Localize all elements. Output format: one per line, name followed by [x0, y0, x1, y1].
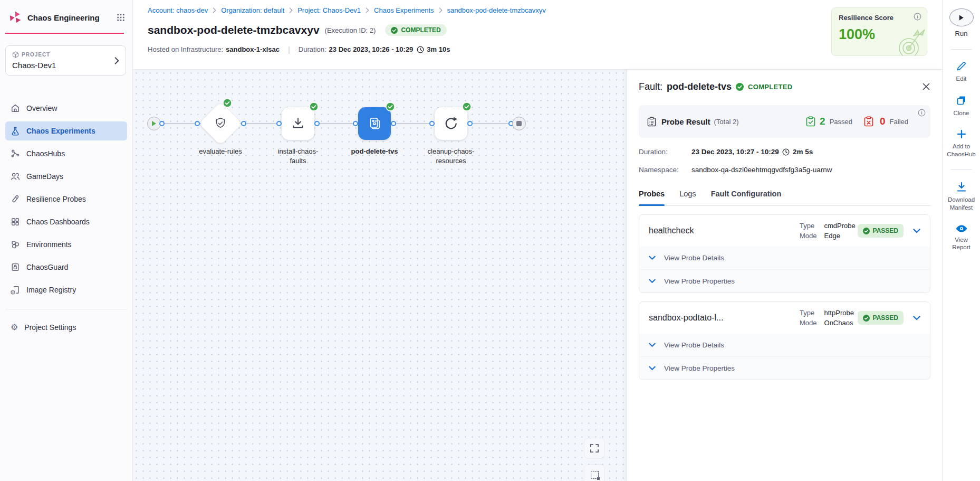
download-manifest-button[interactable]: Download Manifest — [945, 181, 978, 212]
port-dot — [241, 121, 246, 126]
sidebar-item-label: ChaosGuard — [26, 263, 68, 271]
view-probe-details-row[interactable]: View Probe Details — [639, 247, 930, 269]
sidebar-item-chaoshubs[interactable]: ChaosHubs — [5, 144, 127, 163]
breadcrumb-link-experiment[interactable]: sandbox-pod-delete-tmzbcavxyv — [447, 6, 546, 14]
probe-name: sandbox-podtato-l... — [649, 313, 770, 323]
pipeline-end-node[interactable] — [512, 117, 526, 130]
port-dot — [429, 121, 435, 126]
probe-type: cmdProbe — [824, 222, 856, 230]
pipeline-canvas[interactable]: evaluate-rules install-chaos-faults — [133, 70, 627, 481]
project-label: PROJECT — [22, 52, 50, 58]
sidebar-item-project-settings[interactable]: ⚙ Project Settings — [5, 318, 127, 337]
view-report-button[interactable]: View Report — [948, 224, 975, 252]
mode-label: Mode — [800, 319, 817, 327]
port-dot — [314, 121, 320, 126]
node-cleanup-chaos-resources[interactable] — [435, 107, 467, 140]
breadcrumb: Account: chaos-dev Organization: default… — [148, 6, 942, 14]
edit-button[interactable]: Edit — [956, 60, 967, 83]
sidebar-item-label: ChaosHubs — [26, 149, 65, 158]
pencil-icon — [956, 60, 967, 72]
view-probe-properties-row[interactable]: View Probe Properties — [639, 356, 930, 380]
port-dot — [353, 121, 358, 126]
info-icon[interactable] — [918, 109, 926, 117]
project-selector[interactable]: PROJECT Chaos-Dev1 — [5, 45, 126, 76]
rail-divider — [951, 169, 972, 169]
failed-label: Failed — [890, 118, 908, 126]
view-probe-details-row[interactable]: View Probe Details — [639, 334, 930, 356]
check-circle-icon — [391, 27, 398, 34]
target-illustration — [889, 26, 926, 56]
chevron-down-icon[interactable] — [913, 229, 920, 233]
node-label: evaluate-rules — [184, 147, 257, 156]
node-install-chaos-faults[interactable] — [282, 107, 314, 140]
chevron-right-icon — [289, 7, 293, 13]
fault-namespace-label: Namespace: — [639, 166, 691, 174]
sidebar-item-environments[interactable]: Environments — [5, 235, 127, 254]
node-evaluate-rules[interactable] — [199, 102, 242, 145]
probe-type: httpProbe — [824, 309, 854, 317]
hosted-value: sandbox-1-xlsac — [226, 45, 280, 53]
dashed-square-icon — [591, 471, 599, 479]
node-label: pod-delete-tvs — [338, 147, 411, 156]
selection-tool-button[interactable] — [584, 465, 604, 481]
clone-icon — [956, 95, 967, 106]
tab-fault-configuration[interactable]: Fault Configuration — [711, 190, 782, 205]
tab-logs[interactable]: Logs — [679, 190, 696, 205]
fullscreen-button[interactable] — [584, 438, 604, 458]
sidebar-nav: Overview Chaos Experiments ChaosHubs — [0, 99, 132, 337]
chevron-down-icon — [649, 256, 656, 260]
duration-value: 23 Dec 2023, 10:26 - 10:29 — [329, 45, 414, 53]
sidebar-item-overview[interactable]: Overview — [5, 99, 127, 118]
brand-divider — [5, 33, 124, 34]
sidebar-item-label: Environments — [26, 240, 72, 249]
home-icon — [11, 103, 20, 113]
type-label: Type — [800, 222, 817, 230]
view-probe-properties-row[interactable]: View Probe Properties — [639, 269, 930, 293]
fault-tabs: Probes Logs Fault Configuration — [639, 190, 930, 206]
clone-button[interactable]: Clone — [953, 95, 969, 117]
breadcrumb-link-account[interactable]: Account: chaos-dev — [148, 6, 208, 14]
fault-name: pod-delete-tvs — [667, 81, 732, 92]
run-label: Run — [955, 30, 968, 39]
tab-probes[interactable]: Probes — [639, 190, 665, 205]
page-header: Account: chaos-dev Organization: default… — [133, 0, 942, 70]
sidebar-item-gamedays[interactable]: GameDays — [5, 167, 127, 186]
probe-total: (Total 2) — [714, 118, 739, 126]
probe-mode: Edge — [824, 232, 856, 240]
sidebar-item-chaos-experiments[interactable]: Chaos Experiments — [5, 121, 127, 140]
add-to-chaoshub-button[interactable]: Add to ChaosHub — [945, 129, 978, 158]
breadcrumb-link-project[interactable]: Project: Chaos-Dev1 — [297, 6, 361, 14]
sidebar-item-chaosguard[interactable]: ChaosGuard — [5, 258, 127, 277]
sidebar-item-label: Overview — [26, 104, 57, 112]
experiment-meta: Hosted on Infrastructure: sandbox-1-xlsa… — [148, 45, 942, 54]
refresh-icon — [443, 116, 459, 131]
view-probe-details-label: View Probe Details — [664, 254, 724, 262]
breadcrumb-link-organization[interactable]: Organization: default — [221, 6, 284, 14]
node-pod-delete-tvs[interactable] — [358, 107, 391, 140]
breadcrumb-link-chaos-experiments[interactable]: Chaos Experiments — [374, 6, 434, 14]
run-button[interactable] — [949, 8, 974, 26]
execution-id: (Execution ID: 2) — [325, 26, 376, 34]
app-title: Chaos Engineering — [27, 13, 111, 22]
probe-status-badge: PASSED — [858, 224, 904, 238]
close-icon[interactable] — [922, 82, 930, 91]
view-probe-properties-label: View Probe Properties — [664, 277, 735, 285]
type-label: Type — [800, 309, 817, 317]
download-icon — [956, 181, 967, 193]
app-switcher-grid-icon[interactable] — [117, 13, 125, 22]
environments-cluster-icon — [11, 240, 20, 249]
flask-icon — [11, 126, 20, 136]
chevron-right-icon — [213, 7, 216, 13]
status-badge-label: COMPLETED — [401, 26, 440, 34]
probe-mode: OnChaos — [824, 319, 854, 327]
info-icon[interactable] — [914, 13, 921, 21]
sidebar-item-image-registry[interactable]: ⚙ Image Registry — [5, 280, 127, 299]
chevron-down-icon — [649, 343, 656, 347]
sidebar-item-chaos-dashboards[interactable]: Chaos Dashboards — [5, 212, 127, 231]
sidebar-item-resilience-probes[interactable]: Resilience Probes — [5, 190, 127, 209]
probe-result-summary: Probe Result (Total 2) 2 Passed — [639, 105, 930, 138]
action-rail: Run Edit Clone Add to ChaosHub Download … — [942, 0, 980, 481]
clone-label: Clone — [953, 109, 969, 117]
chevron-down-icon[interactable] — [913, 316, 920, 320]
stop-icon — [516, 121, 522, 126]
